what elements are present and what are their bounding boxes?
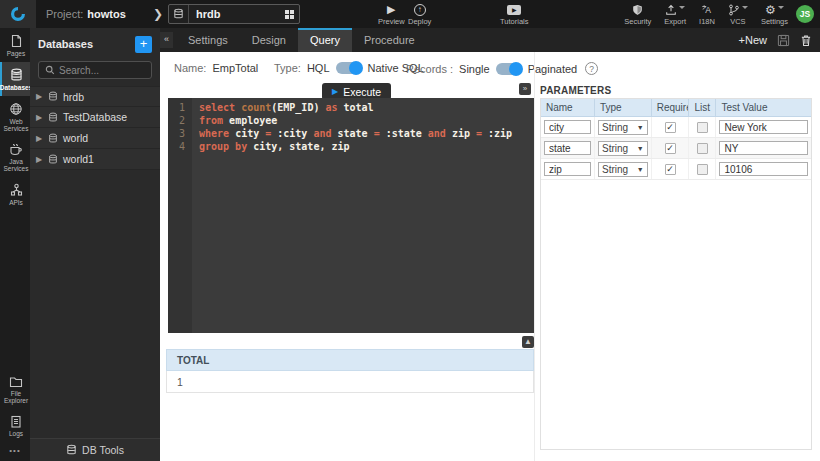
grid-view-icon[interactable]	[279, 10, 299, 19]
parameters-column-header: Required	[652, 99, 690, 116]
code-text: select count(EMP_ID) as total	[192, 101, 374, 114]
database-list-item[interactable]: ▶ hrdb	[30, 86, 160, 107]
code-text: where city = :city and state = :state an…	[192, 127, 512, 140]
database-list-item[interactable]: ▶ TestDatabase	[30, 107, 160, 128]
parameter-test-value-input[interactable]	[719, 162, 808, 176]
records-option-paginated[interactable]: Paginated	[528, 63, 578, 75]
parameter-test-value-input[interactable]	[719, 141, 808, 155]
parameters-column-header: List	[689, 99, 716, 116]
required-checkbox[interactable]	[665, 122, 676, 133]
rail-spacer	[0, 211, 30, 370]
database-item-label: TestDatabase	[63, 111, 127, 123]
required-checkbox[interactable]	[665, 164, 676, 175]
project-label: Project:	[46, 8, 83, 20]
sidebar-item-logs[interactable]: Logs	[0, 409, 30, 442]
chevron-down-icon	[742, 6, 748, 9]
parameters-title: PARAMETERS	[540, 85, 611, 96]
i18n-button[interactable]: A I18N	[699, 3, 715, 26]
search-input[interactable]	[59, 65, 144, 76]
database-selector-dropdown[interactable]: hrdb	[168, 4, 300, 24]
database-item-label: world	[63, 132, 88, 144]
chevron-down-icon	[778, 6, 784, 9]
line-number: 2	[168, 114, 192, 127]
expand-caret-icon[interactable]: ▶	[30, 113, 48, 122]
expand-caret-icon[interactable]: ▶	[30, 155, 48, 164]
parameter-name-input[interactable]	[544, 120, 591, 134]
settings-button[interactable]: ⚙ Settings	[761, 3, 788, 26]
expand-caret-icon[interactable]: ▶	[30, 92, 48, 101]
topbar-right-actions: Security Export A I18N	[624, 3, 788, 26]
more-options-icon[interactable]: •••	[0, 442, 30, 461]
chevron-down-icon: ▼	[637, 166, 644, 173]
export-button[interactable]: Export	[664, 3, 686, 26]
parameter-type-select[interactable]: String ▼	[598, 120, 648, 135]
log-file-icon	[10, 415, 22, 428]
tab-procedure[interactable]: Procedure	[352, 28, 427, 52]
list-checkbox[interactable]	[697, 164, 708, 175]
add-database-button[interactable]: +	[135, 36, 152, 53]
records-toggle[interactable]	[496, 63, 522, 75]
sidebar-item-apis[interactable]: APIs	[0, 177, 30, 211]
user-avatar[interactable]: JS	[796, 5, 814, 23]
list-checkbox[interactable]	[697, 122, 708, 133]
parameter-row: String ▼	[541, 159, 811, 180]
type-label: Type:	[274, 62, 301, 74]
sidebar-item-file-explorer[interactable]: File Explorer	[0, 370, 30, 409]
security-button[interactable]: Security	[624, 3, 651, 26]
panel-empty-area	[30, 170, 160, 438]
sidebar-item-web-services[interactable]: Web Services	[0, 96, 30, 137]
expand-caret-icon[interactable]: ▶	[30, 134, 48, 143]
parameter-type-select[interactable]: String ▼	[598, 141, 648, 156]
database-icon	[48, 154, 58, 165]
project-breadcrumb: Project: howtos	[46, 0, 126, 28]
save-icon[interactable]	[777, 34, 790, 47]
sidebar-item-pages[interactable]: Pages	[0, 28, 30, 62]
parameter-name-input[interactable]	[544, 162, 591, 176]
folder-icon	[9, 376, 23, 388]
results-body: 1	[166, 371, 534, 393]
delete-icon[interactable]	[800, 34, 812, 47]
parameters-panel: NameTypeRequiredListTest Value String ▼ …	[540, 98, 812, 450]
top-bar: Project: howtos ❯ hrdb ▶ Preview	[0, 0, 820, 28]
results-cell: 1	[167, 376, 183, 388]
help-icon[interactable]: ?	[585, 62, 598, 75]
app-logo[interactable]	[0, 0, 36, 28]
database-list: ▶ hrdb ▶ TestDatabase ▶ world ▶ world1	[30, 86, 160, 170]
preview-button[interactable]: ▶ Preview	[378, 3, 405, 26]
type-toggle[interactable]	[336, 62, 362, 74]
code-line: 4group by city, state, zip	[168, 140, 534, 153]
list-checkbox[interactable]	[697, 143, 708, 154]
type-option-hql[interactable]: HQL	[307, 62, 330, 74]
db-tools-button[interactable]: DB Tools	[30, 438, 160, 461]
parameter-name-input[interactable]	[544, 141, 591, 155]
required-checkbox[interactable]	[665, 143, 676, 154]
database-icon	[48, 91, 58, 102]
sidebar-item-databases[interactable]: Databases	[0, 62, 30, 96]
records-option-single[interactable]: Single	[459, 63, 490, 75]
sql-editor[interactable]: 1select count(EMP_ID) as total2from empl…	[168, 98, 534, 333]
selected-type: String	[602, 122, 637, 133]
tab-settings[interactable]: Settings	[176, 28, 240, 52]
database-search	[38, 61, 152, 79]
toggle-knob	[509, 62, 523, 76]
new-query-button[interactable]: +New	[739, 34, 767, 46]
shield-icon	[632, 3, 643, 16]
tutorials-button[interactable]: ▶ Tutorials	[500, 3, 528, 26]
expand-parameters-icon[interactable]: »	[519, 83, 531, 95]
tab-design[interactable]: Design	[240, 28, 298, 52]
parameter-type-select[interactable]: String ▼	[598, 162, 648, 177]
query-name-value[interactable]: EmpTotal	[212, 62, 258, 74]
parameter-test-value-input[interactable]	[719, 120, 808, 134]
tab-query[interactable]: Query	[298, 28, 352, 52]
collapse-results-icon[interactable]: ▲	[522, 336, 534, 348]
records-group: Records : Single Paginated ?	[406, 62, 598, 75]
deploy-button[interactable]: ↑ Deploy	[408, 3, 431, 26]
chevron-down-icon: ▼	[637, 124, 644, 131]
wavemaker-logo-icon	[10, 6, 26, 22]
database-list-item[interactable]: ▶ world1	[30, 149, 160, 170]
vcs-button[interactable]: VCS	[728, 3, 748, 26]
database-icon	[48, 133, 58, 144]
collapse-panel-icon[interactable]: «	[160, 32, 173, 48]
database-list-item[interactable]: ▶ world	[30, 128, 160, 149]
sidebar-item-java-services[interactable]: Java Services	[0, 137, 30, 177]
